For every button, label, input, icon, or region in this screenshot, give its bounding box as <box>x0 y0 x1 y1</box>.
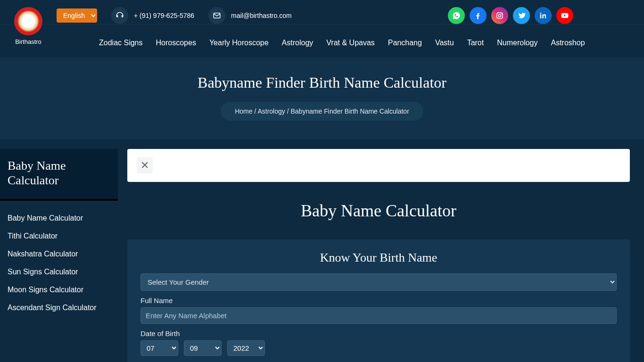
gender-select[interactable]: Select Your Gender <box>140 273 617 291</box>
email-contact[interactable]: mail@birthastro.com <box>208 7 292 24</box>
page-title: Babyname Finder Birth Name Calculator <box>0 74 644 91</box>
youtube-icon[interactable] <box>556 7 573 24</box>
sidebar-links: Baby Name Calculator Tithi Calculator Na… <box>0 201 118 325</box>
linkedin-icon[interactable] <box>535 7 552 24</box>
instagram-icon[interactable] <box>491 7 508 24</box>
nav-vrat-upavas[interactable]: Vrat & Upavas <box>326 39 375 47</box>
nav-panchang[interactable]: Panchang <box>388 39 422 47</box>
nav-horoscopes[interactable]: Horoscopes <box>156 39 196 47</box>
logo-icon <box>14 7 42 35</box>
svg-point-3 <box>501 13 502 14</box>
language-select[interactable]: English <box>57 8 97 23</box>
sidebar-item-nakshatra[interactable]: Nakshatra Calculator <box>8 245 110 263</box>
nav-yearly-horoscope[interactable]: Yearly Horoscope <box>209 39 269 47</box>
brand-logo[interactable]: Birthastro <box>9 7 47 45</box>
breadcrumb: Home / Astrology / Babyname Finder Birth… <box>221 102 423 121</box>
breadcrumb-current: Babyname Finder Birth Name Calculator <box>290 107 409 115</box>
dob-day-select[interactable]: 07 <box>140 340 178 356</box>
calculator-title: Baby Name Calculator <box>127 201 630 221</box>
nav-numerology[interactable]: Numerology <box>497 39 537 47</box>
dob-year-select[interactable]: 2022 <box>227 340 265 356</box>
close-icon: ✕ <box>140 160 149 171</box>
form-heading: Know Your Birth Name <box>140 251 617 265</box>
mail-icon <box>208 7 225 24</box>
main-nav: Zodiac Signs Horoscopes Yearly Horoscope… <box>0 25 644 58</box>
dob-row: 07 09 2022 <box>140 340 617 356</box>
brand-name: Birthastro <box>9 38 47 45</box>
fullname-label: Full Name <box>140 296 617 304</box>
whatsapp-icon[interactable] <box>448 7 465 24</box>
email-text: mail@birthastro.com <box>231 12 292 19</box>
close-button[interactable]: ✕ <box>137 157 153 173</box>
alert-box: ✕ <box>127 149 630 182</box>
sidebar-heading: Baby Name Calculator <box>0 149 118 201</box>
social-links <box>448 7 635 24</box>
content-row: Baby Name Calculator Baby Name Calculato… <box>0 140 644 362</box>
phone-text: + (91) 979-625-5786 <box>134 12 194 19</box>
sidebar-item-tithi[interactable]: Tithi Calculator <box>8 227 110 245</box>
hero-section: Babyname Finder Birth Name Calculator Ho… <box>0 58 644 140</box>
phone-contact[interactable]: + (91) 979-625-5786 <box>111 7 194 24</box>
svg-point-2 <box>498 14 501 16</box>
top-bar: English + (91) 979-625-5786 mail@birthas… <box>0 0 644 25</box>
sidebar-item-moon-signs[interactable]: Moon Signs Calculator <box>8 281 110 299</box>
form-panel: Know Your Birth Name Select Your Gender … <box>127 239 630 362</box>
dob-label: Date of Birth <box>140 329 617 337</box>
sidebar-item-baby-name[interactable]: Baby Name Calculator <box>8 209 110 227</box>
nav-astrology[interactable]: Astrology <box>282 39 314 47</box>
twitter-icon[interactable] <box>513 7 530 24</box>
main-column: ✕ Baby Name Calculator Know Your Birth N… <box>127 149 635 362</box>
sidebar-item-sun-signs[interactable]: Sun Signs Calculator <box>8 263 110 281</box>
breadcrumb-astrology[interactable]: Astrology <box>257 107 285 115</box>
headset-icon <box>111 7 128 24</box>
nav-tarot[interactable]: Tarot <box>467 39 484 47</box>
sidebar-item-ascendant[interactable]: Ascendant Sign Calculator <box>8 299 110 317</box>
breadcrumb-home[interactable]: Home <box>235 107 252 115</box>
dob-month-select[interactable]: 09 <box>184 340 222 356</box>
nav-zodiac-signs[interactable]: Zodiac Signs <box>99 39 143 47</box>
fullname-input[interactable] <box>140 307 617 324</box>
sidebar: Baby Name Calculator Baby Name Calculato… <box>0 149 118 362</box>
nav-astroshop[interactable]: Astroshop <box>551 39 585 47</box>
nav-vastu[interactable]: Vastu <box>435 39 454 47</box>
facebook-icon[interactable] <box>470 7 487 24</box>
